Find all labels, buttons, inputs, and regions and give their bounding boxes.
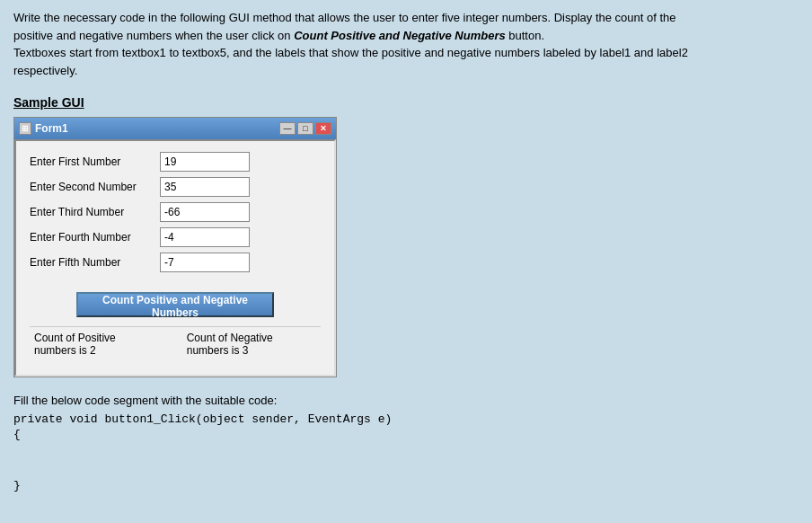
spacer	[30, 278, 321, 285]
code-line-3: }	[13, 479, 799, 492]
intro-line4: respectively.	[13, 64, 77, 77]
field-row-2: Enter Second Number	[30, 177, 321, 197]
negative-count-label: Count of Negative numbers is 3	[187, 332, 316, 357]
form-window: ⊞ Form1 — □ ✕ Enter First Number Enter S…	[13, 117, 337, 377]
intro-paragraph: Write the necessary code in the followin…	[13, 9, 799, 79]
close-button[interactable]: ✕	[315, 122, 331, 135]
result-row: Count of Positive numbers is 2 Count of …	[30, 326, 321, 361]
code-empty-line-2	[13, 461, 799, 479]
fill-instruction: Fill the below code segment with the sui…	[13, 394, 799, 407]
textbox5[interactable]	[160, 253, 250, 272]
textbox2[interactable]	[160, 177, 250, 197]
title-bar: ⊞ Form1 — □ ✕	[14, 118, 336, 139]
form-body: Enter First Number Enter Second Number E…	[14, 139, 336, 377]
code-section: Fill the below code segment with the sui…	[13, 394, 799, 492]
intro-line1: Write the necessary code in the followin…	[13, 11, 676, 24]
intro-bold-text: Count Positive and Negative Numbers	[294, 29, 506, 42]
field-row-1: Enter First Number	[30, 152, 321, 172]
label-second: Enter Second Number	[30, 181, 160, 193]
form-icon: ⊞	[19, 122, 31, 135]
label-fourth: Enter Fourth Number	[30, 231, 160, 244]
intro-line3: Textboxes start from textbox1 to textbox…	[13, 46, 688, 59]
form-title: ⊞ Form1	[19, 122, 68, 135]
textbox4[interactable]	[160, 227, 250, 247]
intro-line2-prefix: positive and negative numbers when the u…	[13, 29, 294, 42]
label-first: Enter First Number	[30, 155, 160, 168]
textbox1[interactable]	[160, 152, 250, 172]
count-button[interactable]: Count Positive and Negative Numbers	[76, 292, 274, 317]
textbox3[interactable]	[160, 202, 250, 222]
field-row-5: Enter Fifth Number	[30, 253, 321, 272]
code-line-2: {	[13, 428, 799, 441]
positive-count-label: Count of Positive numbers is 2	[34, 332, 160, 357]
code-block: private void button1_Click(object sender…	[13, 412, 799, 492]
restore-button[interactable]: □	[297, 122, 313, 135]
code-empty-line	[13, 443, 799, 461]
code-line-1: private void button1_Click(object sender…	[13, 412, 799, 426]
label-third: Enter Third Number	[30, 206, 160, 218]
window-controls[interactable]: — □ ✕	[279, 122, 331, 135]
sample-gui-label: Sample GUI	[13, 95, 799, 110]
field-row-4: Enter Fourth Number	[30, 227, 321, 247]
minimize-button[interactable]: —	[279, 122, 296, 135]
label-fifth: Enter Fifth Number	[30, 256, 160, 269]
intro-line2-suffix: button.	[506, 29, 544, 42]
field-row-3: Enter Third Number	[30, 202, 321, 222]
